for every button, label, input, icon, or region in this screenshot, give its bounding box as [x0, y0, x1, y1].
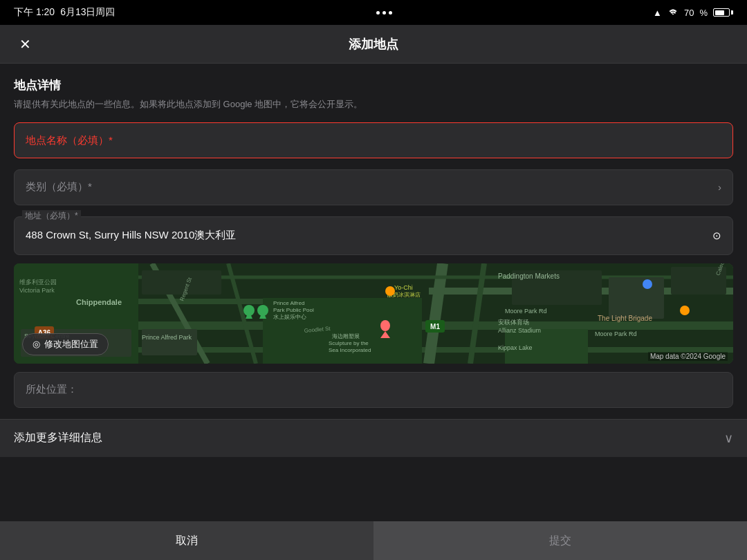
address-field[interactable]: 488 Crown St, Surry Hills NSW 2010澳大利亚 ⊙	[14, 216, 733, 255]
edit-icon: ◎	[33, 339, 40, 349]
more-details-title: 添加更多详细信息	[14, 431, 102, 445]
status-bar: 下午 1:20 6月13日周四 ▲ 70%	[0, 0, 747, 25]
edit-map-label: 修改地图位置	[44, 338, 98, 351]
crosshair-icon[interactable]: ⊙	[712, 230, 721, 242]
bottom-bar: 取消 提交	[0, 521, 747, 560]
chevron-right-icon: ›	[718, 181, 721, 193]
submit-button[interactable]: 提交	[374, 521, 747, 560]
category-field[interactable]: 类别（必填）* ›	[14, 169, 733, 205]
name-input[interactable]	[26, 134, 721, 146]
chevron-down-icon: ∨	[724, 431, 733, 446]
svg-text:Allianz Stadium: Allianz Stadium	[498, 327, 541, 334]
wifi-icon	[667, 8, 679, 18]
main-content: 地点详情 请提供有关此地点的一些信息。如果将此地点添加到 Google 地图中，…	[0, 64, 747, 521]
svg-text:Prince Alfred: Prince Alfred	[273, 300, 304, 306]
close-button[interactable]: ✕	[14, 33, 37, 55]
svg-text:水上娱乐中心: 水上娱乐中心	[273, 314, 306, 320]
svg-point-46	[643, 279, 652, 289]
category-placeholder: 类别（必填）*	[26, 180, 92, 194]
section-title: 地点详情	[14, 77, 733, 93]
svg-text:The Light Brigade: The Light Brigade	[598, 315, 652, 322]
location-field[interactable]: 所处位置：	[14, 372, 733, 408]
svg-text:M1: M1	[430, 323, 440, 330]
signal-icon: ▲	[653, 8, 662, 18]
svg-text:Moore Park Rd: Moore Park Rd	[505, 308, 547, 315]
dots-indicator	[376, 11, 392, 15]
more-details-section[interactable]: 添加更多详细信息 ∨	[0, 419, 747, 457]
svg-text:Paddington Markets: Paddington Markets	[498, 272, 560, 280]
svg-text:安联体育场: 安联体育场	[498, 319, 529, 326]
svg-text:Sea Incorporated: Sea Incorporated	[329, 347, 371, 353]
svg-point-47	[680, 306, 690, 315]
title-bar: ✕ 添加地点	[0, 25, 747, 64]
edit-map-button[interactable]: ◎ 修改地图位置	[22, 333, 109, 355]
svg-rect-11	[142, 329, 197, 355]
svg-text:Chippendale: Chippendale	[76, 298, 122, 306]
section-description: 请提供有关此地点的一些信息。如果将此地点添加到 Google 地图中，它将会公开…	[14, 97, 733, 111]
address-value: 488 Crown St, Surry Hills NSW 2010澳大利亚	[26, 229, 236, 242]
date: 6月13日周四	[60, 6, 115, 19]
name-field[interactable]	[14, 122, 733, 158]
svg-text:Sculpture by the: Sculpture by the	[329, 340, 369, 346]
battery-icon	[713, 8, 733, 17]
svg-text:Yo-Chi: Yo-Chi	[394, 284, 413, 291]
svg-text:海边雕塑展: 海边雕塑展	[332, 333, 360, 339]
svg-rect-13	[609, 277, 664, 319]
address-label: 地址（必填）*	[22, 210, 81, 222]
map-credit: Map data ©2024 Google	[648, 352, 728, 361]
map-image: A36 M1 Chippendale 维多利亚公园 Victoria Park …	[14, 263, 733, 364]
svg-point-43	[385, 286, 395, 296]
svg-text:Victoria Park: Victoria Park	[19, 287, 55, 294]
location-label: 所处位置：	[26, 383, 77, 396]
cancel-button[interactable]: 取消	[0, 521, 374, 560]
time: 下午 1:20	[14, 6, 55, 19]
map-container: A36 M1 Chippendale 维多利亚公园 Victoria Park …	[14, 263, 733, 364]
page-title: 添加地点	[349, 36, 398, 53]
battery-percent: 70	[684, 8, 694, 18]
svg-text:Park Public Pool: Park Public Pool	[273, 307, 314, 313]
svg-text:维多利亚公园: 维多利亚公园	[19, 279, 57, 286]
svg-text:Kippax Lake: Kippax Lake	[498, 344, 533, 351]
svg-point-44	[380, 320, 390, 331]
svg-text:Moore Park Rd: Moore Park Rd	[595, 330, 637, 337]
address-container: 地址（必填）* 488 Crown St, Surry Hills NSW 20…	[14, 216, 733, 255]
svg-text:Prince Alfred Park: Prince Alfred Park	[142, 334, 192, 341]
